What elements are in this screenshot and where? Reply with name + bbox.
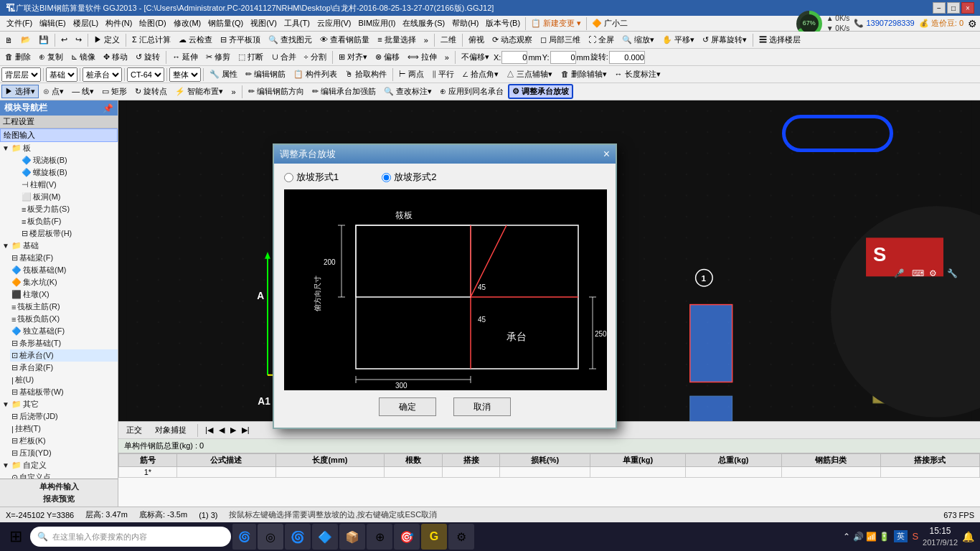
tb-cloud-check[interactable]: ☁ 云检查: [175, 33, 216, 47]
tb-select[interactable]: ▶ 选择▾: [1, 85, 39, 98]
tree-item-cast-slab[interactable]: 🔷现浇板(B): [10, 154, 118, 166]
radio-slope2[interactable]: 放坡形式2: [382, 171, 436, 184]
taskbar-app-4[interactable]: 📦: [339, 524, 365, 550]
tb-batch-select[interactable]: ≡ 批量选择: [374, 33, 419, 47]
tb-view-rebar[interactable]: 👁 查看钢筋量: [316, 33, 373, 47]
tree-item-coping[interactable]: ⊟压顶(YD): [10, 447, 118, 459]
search-bar[interactable]: 🔍 在这里输入你要搜索的内容: [30, 527, 231, 547]
tb-merge[interactable]: ∪ 合并: [268, 50, 300, 64]
tb-point-angle[interactable]: ∠ 拾点角▾: [458, 67, 502, 81]
taskbar-app-7[interactable]: G: [421, 524, 447, 550]
tb-edit-pile-rebar[interactable]: ✏ 编辑承台加强筋: [308, 85, 380, 98]
tb-fullscreen[interactable]: ⛶ 全屏: [585, 33, 618, 47]
tree-item-slab-rebar[interactable]: ≡板受力筋(S): [10, 203, 118, 215]
menu-version[interactable]: 版本号(B): [482, 17, 524, 30]
tree-item-pile-cap[interactable]: ⊡桩承台(V): [10, 349, 118, 362]
tb-more[interactable]: »: [420, 34, 432, 46]
tree-group-custom[interactable]: ▼ 📁 自定义: [0, 459, 118, 471]
tb-find[interactable]: 🔍 查找图元: [265, 33, 316, 47]
sidebar-report[interactable]: 报表预览: [1, 493, 116, 505]
tb-delete[interactable]: 🗑 删除: [1, 50, 34, 64]
sidebar-single-input[interactable]: 单构件输入: [1, 481, 116, 493]
tb-save[interactable]: 💾: [35, 34, 52, 46]
tree-group-other[interactable]: ▼ 📁 其它: [0, 398, 118, 410]
tb-stretch[interactable]: ⟺ 拉伸: [404, 50, 440, 64]
menu-cloud[interactable]: 云应用(V): [314, 17, 355, 30]
menu-new-change[interactable]: 📋 新建变更 ▾: [527, 17, 585, 30]
tb-mirror[interactable]: ⊾ 镜像: [67, 50, 99, 64]
tb-property[interactable]: 🔧 属性: [206, 67, 241, 81]
tree-item-foundation-beam[interactable]: ⊟基础梁(F): [10, 252, 118, 264]
tb-smart-place[interactable]: ⚡ 智能布置▾: [171, 85, 227, 98]
tree-group-foundation[interactable]: ▼ 📁 基础: [0, 240, 118, 252]
tb-trim[interactable]: ✂ 修剪: [202, 50, 234, 64]
tb-three-point[interactable]: △ 三点辅轴▾: [503, 67, 556, 81]
tree-item-custom-point[interactable]: ⊙自定义点: [10, 471, 118, 479]
tb-new[interactable]: 🗎: [1, 34, 17, 46]
tb-extend[interactable]: ↔ 延伸: [169, 50, 202, 64]
tb-level-top[interactable]: ⊟ 齐平板顶: [217, 33, 264, 47]
tree-item-slab-band[interactable]: ⊟楼层板带(H): [10, 227, 118, 240]
tb-rect-draw[interactable]: ▭ 矩形: [98, 85, 131, 98]
input-x[interactable]: [501, 51, 527, 64]
tb-more2[interactable]: »: [441, 52, 453, 63]
tb-no-offset[interactable]: 不偏移▾: [458, 50, 493, 64]
menu-floor[interactable]: 楼层(L): [70, 17, 102, 30]
tb-rotate2[interactable]: ↺ 旋转: [132, 50, 164, 64]
nav-first[interactable]: |◀: [205, 425, 213, 435]
menu-file[interactable]: 文件(F): [3, 17, 36, 30]
tb-component-list[interactable]: 📋 构件列表: [290, 67, 341, 81]
tb-pick[interactable]: 🖱 拾取构件: [341, 67, 390, 81]
tree-item-column-pier[interactable]: ⬛柱墩(X): [10, 288, 118, 301]
tb-calc[interactable]: Σ 汇总计算: [128, 33, 174, 47]
radio-slope1[interactable]: 放坡形式1: [284, 171, 339, 184]
modal-close-btn[interactable]: ×: [603, 149, 610, 160]
tb-adjust-slope[interactable]: ⚙ 调整承台放坡: [508, 84, 573, 99]
cancel-btn[interactable]: 取消: [453, 397, 511, 416]
tb-redo[interactable]: ↪: [72, 34, 85, 46]
menu-modify[interactable]: 修改(M): [170, 17, 205, 30]
tb-break[interactable]: ⬚ 打断: [235, 50, 267, 64]
tb-rotate-point[interactable]: ↻ 旋转点: [131, 85, 171, 98]
start-button[interactable]: ⊞: [3, 524, 29, 550]
select-whole[interactable]: 整体: [169, 67, 201, 82]
tree-group-board[interactable]: ▼ 📁 板: [0, 142, 118, 154]
tb-local-3d[interactable]: ◻ 局部三维: [537, 33, 584, 47]
section-project[interactable]: 工程设置: [0, 116, 118, 128]
tb-select-floor[interactable]: ☰ 选择楼层: [755, 33, 804, 47]
tb-pan[interactable]: ✋ 平移▾: [659, 33, 698, 47]
user-phone[interactable]: 📞 13907298339: [854, 19, 914, 28]
taskbar-app-3[interactable]: 🔷: [312, 524, 338, 550]
confirm-btn[interactable]: 确定: [379, 397, 436, 416]
taskbar-app-1[interactable]: ◎: [258, 524, 283, 550]
menu-online[interactable]: 在线服务(S): [399, 17, 448, 30]
tb-point-draw[interactable]: ⊙ 点▾: [39, 85, 67, 98]
taskbar-app-6[interactable]: 🎯: [394, 524, 420, 550]
taskbar-app-2[interactable]: 🌀: [285, 524, 311, 550]
notification-icon[interactable]: 🔔: [962, 531, 974, 542]
input-rotate[interactable]: [609, 51, 645, 64]
tree-item-pile-cap-beam[interactable]: ⊟承台梁(F): [10, 362, 118, 374]
tb-move[interactable]: ✥ 移动: [100, 50, 131, 64]
input-y[interactable]: [550, 51, 576, 64]
tb-define[interactable]: ▶ 定义: [90, 33, 123, 47]
taskbar-app-5[interactable]: ⊕: [367, 524, 392, 550]
tb-line-draw[interactable]: — 线▾: [68, 85, 98, 98]
tb-edit-rebar-dir[interactable]: ✏ 编辑钢筋方向: [245, 85, 308, 98]
nav-next[interactable]: ▶: [230, 425, 236, 435]
menu-bim[interactable]: BIM应用(I): [355, 17, 400, 30]
nav-last[interactable]: ▶|: [242, 425, 250, 435]
tb-offset[interactable]: ⊗ 偏移: [372, 50, 403, 64]
tb-2d[interactable]: 二维: [437, 33, 460, 47]
tree-item-raft[interactable]: 🔷筏板基础(M): [10, 264, 118, 276]
data-table-wrap[interactable]: 筋号 公式描述 长度(mm) 根数 搭接 损耗(%) 单重(kg) 总重(kg)…: [118, 453, 980, 507]
tb-apply-same[interactable]: ⊕ 应用到同名承台: [436, 85, 507, 98]
tree-item-prop[interactable]: |挂档(T): [10, 423, 118, 435]
tb-top-view[interactable]: 俯视: [465, 33, 488, 47]
tree-item-slab-hole[interactable]: ⬜板洞(M): [10, 191, 118, 203]
select-floor-type[interactable]: 背层层基础层: [1, 67, 41, 82]
tb-check-mark[interactable]: 🔍 查改标注▾: [380, 85, 435, 98]
radio-input-2[interactable]: [382, 173, 391, 182]
tb-rotate[interactable]: ↺ 屏幕旋转▾: [699, 33, 750, 47]
tree-item-parapet[interactable]: ⊟栏板(K): [10, 435, 118, 447]
